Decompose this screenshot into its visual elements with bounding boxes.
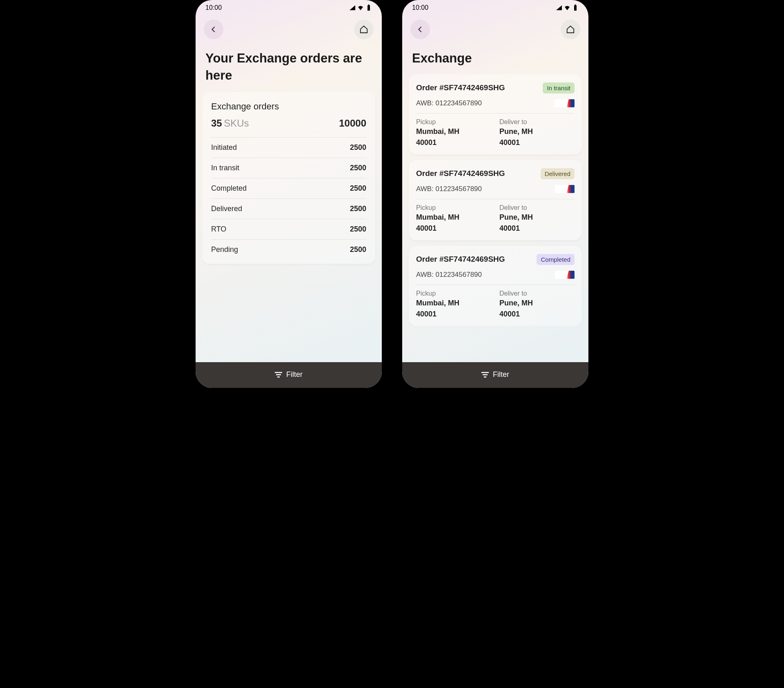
order-card[interactable]: Order #SF74742469SHGCompletedAWB: 012234… — [409, 246, 582, 326]
status-bar: 10:00 — [402, 0, 588, 13]
sku-wrapper: 35 SKUs — [211, 118, 249, 129]
svg-rect-1 — [368, 4, 370, 5]
svg-rect-0 — [368, 5, 370, 11]
status-row[interactable]: In transit2500 — [211, 158, 366, 178]
chevron-left-icon — [209, 25, 218, 34]
carrier-logo — [555, 271, 575, 279]
carrier-logo — [555, 185, 575, 193]
deliver-pin: 40001 — [499, 138, 575, 147]
status-value: 2500 — [350, 184, 366, 193]
pickup-pin: 40001 — [416, 138, 491, 147]
status-bar: 10:00 — [196, 0, 382, 13]
status-value: 2500 — [350, 245, 366, 254]
status-row[interactable]: Delivered2500 — [211, 198, 366, 219]
status-row[interactable]: Completed2500 — [211, 178, 366, 198]
svg-rect-7 — [481, 372, 489, 373]
signal-icon — [556, 4, 562, 11]
status-icons — [349, 4, 372, 11]
awb-row: AWB: 012234567890 — [416, 185, 575, 193]
svg-rect-6 — [575, 4, 576, 5]
pickup-city: Mumbai, MH — [416, 213, 491, 222]
back-button[interactable] — [204, 20, 223, 39]
status-row[interactable]: Pending2500 — [211, 239, 366, 260]
order-locations: PickupMumbai, MH40001Deliver toPune, MH4… — [416, 285, 575, 318]
svg-rect-2 — [275, 372, 282, 373]
status-value: 2500 — [350, 225, 366, 234]
wifi-icon — [564, 4, 570, 11]
pickup-label: Pickup — [416, 204, 491, 212]
svg-rect-8 — [483, 374, 488, 375]
status-time: 10:00 — [412, 4, 428, 11]
order-locations: PickupMumbai, MH40001Deliver toPune, MH4… — [416, 199, 575, 233]
filter-button[interactable]: Filter — [196, 362, 382, 388]
order-head: Order #SF74742469SHGIn transit — [416, 82, 575, 94]
filter-label: Filter — [286, 370, 303, 379]
nav-bar — [402, 13, 588, 42]
order-head: Order #SF74742469SHGDelivered — [416, 168, 575, 179]
status-icons — [556, 4, 579, 11]
pickup-city: Mumbai, MH — [416, 127, 491, 136]
home-icon — [359, 25, 368, 34]
svg-rect-4 — [277, 376, 280, 378]
awb-number: AWB: 012234567890 — [416, 271, 482, 279]
order-card[interactable]: Order #SF74742469SHGDeliveredAWB: 012234… — [409, 160, 582, 240]
status-label: RTO — [211, 225, 226, 234]
status-row[interactable]: Initiated2500 — [211, 137, 366, 158]
status-value: 2500 — [350, 143, 366, 152]
awb-row: AWB: 012234567890 — [416, 271, 575, 279]
pickup-location: PickupMumbai, MH40001 — [416, 204, 491, 233]
order-id: Order #SF74742469SHG — [416, 83, 505, 92]
svg-rect-9 — [484, 376, 486, 378]
back-button[interactable] — [410, 20, 430, 39]
carrier-logo — [555, 99, 575, 107]
deliver-location: Deliver toPune, MH40001 — [499, 204, 575, 233]
order-id: Order #SF74742469SHG — [416, 169, 505, 178]
status-badge: Delivered — [541, 168, 575, 179]
deliver-city: Pune, MH — [499, 213, 575, 222]
summary-heading: Exchange orders — [211, 101, 366, 112]
order-locations: PickupMumbai, MH40001Deliver toPune, MH4… — [416, 113, 575, 147]
awb-number: AWB: 012234567890 — [416, 185, 482, 193]
pickup-label: Pickup — [416, 290, 491, 297]
status-badge: In transit — [543, 82, 575, 94]
summary-card: Exchange orders 35 SKUs 10000 Initiated2… — [202, 91, 375, 264]
pickup-location: PickupMumbai, MH40001 — [416, 290, 491, 318]
battery-icon — [572, 4, 579, 11]
deliver-location: Deliver toPune, MH40001 — [499, 290, 575, 318]
pickup-pin: 40001 — [416, 310, 491, 318]
deliver-label: Deliver to — [499, 118, 575, 126]
deliver-pin: 40001 — [499, 224, 575, 233]
awb-row: AWB: 012234567890 — [416, 99, 575, 107]
status-label: In transit — [211, 164, 239, 172]
svg-rect-3 — [276, 374, 281, 375]
status-list: Initiated2500In transit2500Completed2500… — [211, 137, 366, 260]
sku-count: 35 — [211, 118, 222, 129]
deliver-city: Pune, MH — [499, 299, 575, 307]
status-label: Completed — [211, 184, 247, 193]
status-label: Initiated — [211, 143, 237, 152]
pickup-label: Pickup — [416, 118, 491, 126]
svg-rect-5 — [574, 5, 577, 11]
sku-total: 10000 — [339, 118, 366, 129]
status-badge: Completed — [537, 254, 575, 265]
page-title: Exchange — [402, 42, 588, 74]
status-time: 10:00 — [205, 4, 222, 11]
status-value: 2500 — [350, 205, 366, 213]
pickup-pin: 40001 — [416, 224, 491, 233]
home-button[interactable] — [561, 20, 580, 39]
summary-top: 35 SKUs 10000 — [211, 118, 366, 129]
order-card[interactable]: Order #SF74742469SHGIn transitAWB: 01223… — [409, 74, 582, 154]
order-head: Order #SF74742469SHGCompleted — [416, 254, 575, 265]
filter-button[interactable]: Filter — [402, 362, 588, 388]
deliver-pin: 40001 — [499, 310, 575, 318]
order-id: Order #SF74742469SHG — [416, 255, 505, 264]
home-button[interactable] — [354, 20, 374, 39]
deliver-label: Deliver to — [499, 290, 575, 297]
screen-orders: 10:00 Exchange Order #SF74742469SHGIn tr… — [402, 0, 588, 388]
nav-bar — [196, 13, 382, 42]
status-label: Delivered — [211, 205, 242, 213]
status-row[interactable]: RTO2500 — [211, 219, 366, 239]
sku-label: SKUs — [224, 118, 249, 129]
deliver-location: Deliver toPune, MH40001 — [499, 118, 575, 147]
awb-number: AWB: 012234567890 — [416, 99, 482, 107]
